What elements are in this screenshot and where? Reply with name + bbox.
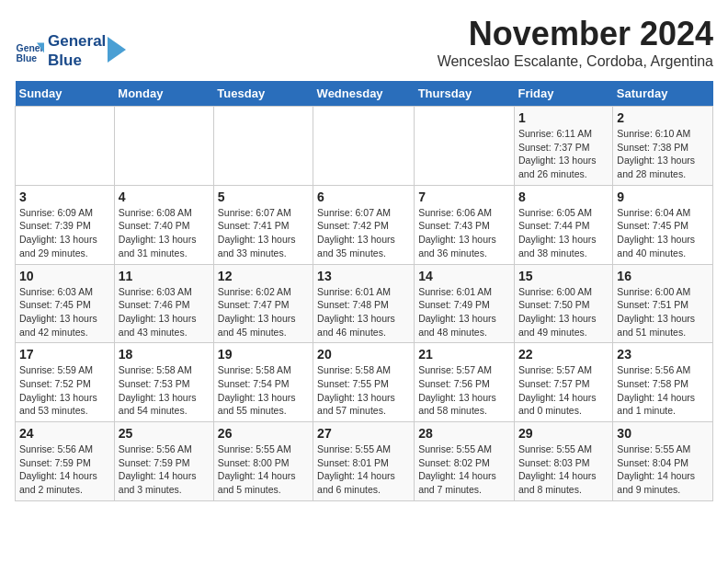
calendar-cell	[16, 107, 115, 186]
day-info: Sunrise: 5:58 AM Sunset: 7:53 PM Dayligh…	[119, 363, 210, 418]
day-info: Sunrise: 6:06 AM Sunset: 7:43 PM Dayligh…	[418, 206, 510, 260]
day-number: 2	[617, 110, 709, 125]
calendar-cell: 27Sunrise: 5:55 AM Sunset: 8:01 PM Dayli…	[313, 422, 415, 501]
day-number: 13	[317, 269, 410, 283]
day-info: Sunrise: 5:57 AM Sunset: 7:56 PM Dayligh…	[418, 363, 510, 418]
day-number: 23	[617, 347, 709, 362]
day-number: 10	[19, 269, 110, 283]
day-info: Sunrise: 6:05 AM Sunset: 7:44 PM Dayligh…	[518, 206, 609, 260]
day-info: Sunrise: 5:55 AM Sunset: 8:00 PM Dayligh…	[218, 442, 309, 497]
day-number: 28	[418, 426, 510, 441]
calendar-cell: 2Sunrise: 6:10 AM Sunset: 7:38 PM Daylig…	[613, 107, 713, 186]
calendar-cell: 20Sunrise: 5:58 AM Sunset: 7:55 PM Dayli…	[313, 343, 415, 422]
calendar-table: SundayMondayTuesdayWednesdayThursdayFrid…	[15, 81, 713, 501]
day-info: Sunrise: 5:58 AM Sunset: 7:55 PM Dayligh…	[317, 363, 410, 418]
calendar-header: SundayMondayTuesdayWednesdayThursdayFrid…	[16, 81, 713, 107]
day-info: Sunrise: 6:07 AM Sunset: 7:41 PM Dayligh…	[218, 206, 309, 260]
header-day-tuesday: Tuesday	[213, 81, 313, 107]
calendar-cell: 22Sunrise: 5:57 AM Sunset: 7:57 PM Dayli…	[514, 343, 612, 422]
day-number: 27	[317, 426, 410, 441]
svg-marker-3	[108, 37, 126, 63]
calendar-cell	[213, 107, 313, 186]
logo-arrow-icon	[108, 37, 126, 63]
day-info: Sunrise: 6:09 AM Sunset: 7:39 PM Dayligh…	[19, 206, 110, 260]
calendar-cell: 14Sunrise: 6:01 AM Sunset: 7:49 PM Dayli…	[415, 264, 515, 343]
day-number: 24	[19, 426, 110, 441]
day-info: Sunrise: 6:03 AM Sunset: 7:45 PM Dayligh…	[19, 285, 110, 339]
calendar-cell: 21Sunrise: 5:57 AM Sunset: 7:56 PM Dayli…	[415, 343, 515, 422]
day-info: Sunrise: 6:03 AM Sunset: 7:46 PM Dayligh…	[119, 285, 210, 339]
calendar-cell: 30Sunrise: 5:55 AM Sunset: 8:04 PM Dayli…	[613, 422, 713, 501]
calendar-cell	[415, 107, 515, 186]
header-day-sunday: Sunday	[16, 81, 115, 107]
calendar-cell: 29Sunrise: 5:55 AM Sunset: 8:03 PM Dayli…	[514, 422, 612, 501]
day-number: 22	[518, 347, 609, 362]
title-section: November 2024 Wenceslao Escalante, Cordo…	[438, 15, 713, 70]
day-info: Sunrise: 6:00 AM Sunset: 7:50 PM Dayligh…	[518, 285, 609, 339]
calendar-cell: 19Sunrise: 5:58 AM Sunset: 7:54 PM Dayli…	[213, 343, 313, 422]
day-number: 14	[418, 269, 510, 283]
day-number: 8	[518, 190, 609, 204]
week-row-2: 3Sunrise: 6:09 AM Sunset: 7:39 PM Daylig…	[16, 185, 713, 264]
day-info: Sunrise: 6:11 AM Sunset: 7:37 PM Dayligh…	[518, 127, 609, 181]
day-info: Sunrise: 5:56 AM Sunset: 7:59 PM Dayligh…	[19, 442, 110, 497]
day-info: Sunrise: 6:04 AM Sunset: 7:45 PM Dayligh…	[617, 206, 709, 260]
day-info: Sunrise: 6:01 AM Sunset: 7:48 PM Dayligh…	[317, 285, 410, 339]
calendar-cell: 17Sunrise: 5:59 AM Sunset: 7:52 PM Dayli…	[16, 343, 115, 422]
top-bar: General Blue General Blue November 2024 …	[15, 15, 713, 74]
calendar-cell: 3Sunrise: 6:09 AM Sunset: 7:39 PM Daylig…	[16, 185, 115, 264]
calendar-cell: 8Sunrise: 6:05 AM Sunset: 7:44 PM Daylig…	[514, 185, 612, 264]
location-title: Wenceslao Escalante, Cordoba, Argentina	[438, 53, 713, 70]
header-day-friday: Friday	[514, 81, 612, 107]
day-number: 6	[317, 190, 410, 204]
header-day-thursday: Thursday	[415, 81, 515, 107]
day-info: Sunrise: 6:01 AM Sunset: 7:49 PM Dayligh…	[418, 285, 510, 339]
day-number: 16	[617, 269, 709, 283]
day-number: 9	[617, 190, 709, 204]
day-number: 29	[518, 426, 609, 441]
calendar-cell: 16Sunrise: 6:00 AM Sunset: 7:51 PM Dayli…	[613, 264, 713, 343]
day-info: Sunrise: 5:55 AM Sunset: 8:03 PM Dayligh…	[518, 442, 609, 497]
day-number: 3	[19, 190, 110, 204]
day-number: 7	[418, 190, 510, 204]
calendar-cell: 10Sunrise: 6:03 AM Sunset: 7:45 PM Dayli…	[16, 264, 115, 343]
calendar-cell	[313, 107, 415, 186]
day-number: 18	[119, 347, 210, 362]
logo-line2: Blue	[48, 52, 106, 70]
calendar-cell: 1Sunrise: 6:11 AM Sunset: 7:37 PM Daylig…	[514, 107, 612, 186]
day-info: Sunrise: 5:56 AM Sunset: 7:59 PM Dayligh…	[119, 442, 210, 497]
calendar-cell: 4Sunrise: 6:08 AM Sunset: 7:40 PM Daylig…	[114, 185, 213, 264]
calendar-cell: 26Sunrise: 5:55 AM Sunset: 8:00 PM Dayli…	[213, 422, 313, 501]
day-number: 26	[218, 426, 309, 441]
header-day-monday: Monday	[114, 81, 213, 107]
day-info: Sunrise: 5:57 AM Sunset: 7:57 PM Dayligh…	[518, 363, 609, 418]
week-row-5: 24Sunrise: 5:56 AM Sunset: 7:59 PM Dayli…	[16, 422, 713, 501]
week-row-4: 17Sunrise: 5:59 AM Sunset: 7:52 PM Dayli…	[16, 343, 713, 422]
calendar-body: 1Sunrise: 6:11 AM Sunset: 7:37 PM Daylig…	[16, 107, 713, 501]
day-number: 1	[518, 110, 609, 125]
calendar-cell: 15Sunrise: 6:00 AM Sunset: 7:50 PM Dayli…	[514, 264, 612, 343]
day-info: Sunrise: 5:55 AM Sunset: 8:02 PM Dayligh…	[418, 442, 510, 497]
header-row: SundayMondayTuesdayWednesdayThursdayFrid…	[16, 81, 713, 107]
calendar-cell: 6Sunrise: 6:07 AM Sunset: 7:42 PM Daylig…	[313, 185, 415, 264]
day-info: Sunrise: 5:55 AM Sunset: 8:04 PM Dayligh…	[617, 442, 709, 497]
week-row-1: 1Sunrise: 6:11 AM Sunset: 7:37 PM Daylig…	[16, 107, 713, 186]
calendar-cell: 7Sunrise: 6:06 AM Sunset: 7:43 PM Daylig…	[415, 185, 515, 264]
calendar-cell: 28Sunrise: 5:55 AM Sunset: 8:02 PM Dayli…	[415, 422, 515, 501]
header-day-saturday: Saturday	[613, 81, 713, 107]
day-info: Sunrise: 5:55 AM Sunset: 8:01 PM Dayligh…	[317, 442, 410, 497]
calendar-cell: 13Sunrise: 6:01 AM Sunset: 7:48 PM Dayli…	[313, 264, 415, 343]
calendar-cell: 18Sunrise: 5:58 AM Sunset: 7:53 PM Dayli…	[114, 343, 213, 422]
logo: General Blue General Blue	[15, 32, 126, 70]
day-number: 15	[518, 269, 609, 283]
day-info: Sunrise: 5:59 AM Sunset: 7:52 PM Dayligh…	[19, 363, 110, 418]
day-number: 4	[119, 190, 210, 204]
day-number: 12	[218, 269, 309, 283]
day-info: Sunrise: 6:02 AM Sunset: 7:47 PM Dayligh…	[218, 285, 309, 339]
day-number: 19	[218, 347, 309, 362]
day-info: Sunrise: 6:10 AM Sunset: 7:38 PM Dayligh…	[617, 127, 709, 181]
calendar-cell: 23Sunrise: 5:56 AM Sunset: 7:58 PM Dayli…	[613, 343, 713, 422]
day-info: Sunrise: 6:07 AM Sunset: 7:42 PM Dayligh…	[317, 206, 410, 260]
day-number: 25	[119, 426, 210, 441]
day-info: Sunrise: 6:00 AM Sunset: 7:51 PM Dayligh…	[617, 285, 709, 339]
